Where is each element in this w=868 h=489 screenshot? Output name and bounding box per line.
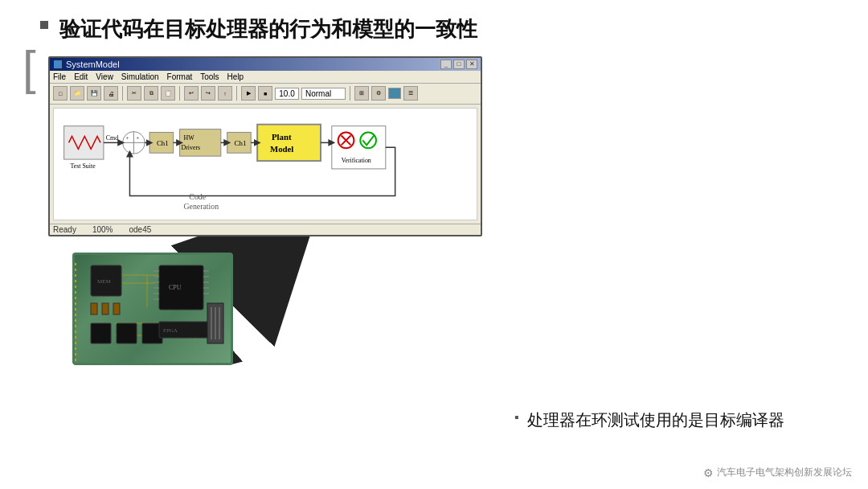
svg-rect-68 <box>102 303 108 314</box>
status-ready: Ready <box>53 225 76 234</box>
svg-text:MEM: MEM <box>97 278 112 285</box>
pin-2 <box>72 269 76 271</box>
pin-1 <box>72 263 76 265</box>
pin-5 <box>72 286 76 288</box>
toolbar-undo-icon[interactable]: ↩ <box>184 86 199 101</box>
minimize-button[interactable]: _ <box>440 60 452 69</box>
watermark: ⚙ 汽车电子电气架构创新发展论坛 <box>703 466 852 479</box>
pin-7 <box>72 297 76 299</box>
pin-11 <box>72 319 76 322</box>
toolbar-new-icon[interactable]: □ <box>53 86 68 101</box>
toolbar-cut-icon[interactable]: ✂ <box>127 86 141 101</box>
menu-tools[interactable]: Tools <box>200 72 219 81</box>
pin-13 <box>72 331 76 333</box>
svg-text:Model: Model <box>270 144 293 154</box>
pin-16 <box>72 347 76 350</box>
svg-text:Ch1: Ch1 <box>235 139 247 147</box>
pin-18 <box>72 359 76 361</box>
win-titlebar: SystemModel _ □ ✕ <box>50 58 481 71</box>
content-row: SystemModel _ □ ✕ File Edit View Simulat… <box>32 56 836 473</box>
toolbar-debug-icon[interactable]: ⚙ <box>371 86 386 101</box>
pin-12 <box>72 325 76 327</box>
bullet-item: ▪ 处理器在环测试使用的是目标编译器 <box>514 409 836 431</box>
menu-help[interactable]: Help <box>227 72 244 81</box>
toolbar-play-icon[interactable]: ▶ <box>241 86 256 101</box>
win-title-text: SystemModel <box>66 60 120 69</box>
svg-rect-12 <box>180 129 221 156</box>
pin-4 <box>72 280 76 282</box>
watermark-icon: ⚙ <box>703 466 714 479</box>
toolbar-print-icon[interactable]: 🖨 <box>104 86 118 101</box>
pin-9 <box>72 308 76 310</box>
toolbar-paste-icon[interactable]: 📋 <box>161 86 175 101</box>
simulink-window-icon <box>53 60 63 69</box>
status-percent: 100% <box>92 225 113 234</box>
pin-10 <box>72 314 76 316</box>
win-statusbar: Ready 100% ode45 <box>50 224 481 235</box>
toolbar-extra-icon[interactable]: ☰ <box>403 86 418 101</box>
pin-14 <box>72 336 76 339</box>
arrows-area: 10100 11001 00101 11001 01001 01010 <box>48 236 482 365</box>
toolbar-sep4 <box>350 86 350 101</box>
header-row: 验证代码在目标处理器的行为和模型的一致性 <box>40 16 836 43</box>
menu-format[interactable]: Format <box>167 72 193 81</box>
menu-file[interactable]: File <box>53 72 66 81</box>
diagram-area: Test Suite + + Cmd Ch1 <box>53 108 477 220</box>
slide-container: 验证代码在目标处理器的行为和模型的一致性 [ SystemModel _ □ ✕ <box>0 0 868 489</box>
toolbar-stop-icon[interactable]: ■ <box>258 86 272 101</box>
maximize-button[interactable]: □ <box>453 60 465 69</box>
svg-rect-19 <box>257 125 321 161</box>
connector-pins <box>72 263 76 365</box>
svg-text:+: + <box>136 135 139 141</box>
svg-rect-69 <box>113 303 120 314</box>
circuit-board: CPU <box>72 253 233 365</box>
svg-text:HW: HW <box>183 134 194 142</box>
close-button[interactable]: ✕ <box>466 60 477 69</box>
toolbar-save-icon[interactable]: 💾 <box>87 86 101 101</box>
win-controls[interactable]: _ □ ✕ <box>440 60 477 69</box>
toolbar-sep3 <box>236 86 237 101</box>
win-title-left: SystemModel <box>53 60 120 69</box>
toolbar-open-icon[interactable]: 📁 <box>70 86 84 101</box>
svg-rect-62 <box>91 323 111 343</box>
right-panel: ▪ 处理器在环测试使用的是目标编译器 <box>498 56 836 473</box>
menu-view[interactable]: View <box>96 72 113 81</box>
svg-text:+: + <box>126 135 129 141</box>
pin-17 <box>72 353 76 355</box>
circuit-board-inner: CPU <box>75 255 231 363</box>
sim-time-input[interactable]: 10.0 <box>275 88 299 100</box>
svg-rect-67 <box>91 303 97 314</box>
svg-text:Test Suite: Test Suite <box>71 162 96 170</box>
svg-text:Drivers: Drivers <box>182 144 201 151</box>
simulink-window: SystemModel _ □ ✕ File Edit View Simulat… <box>48 56 482 236</box>
left-panel: SystemModel _ □ ✕ File Edit View Simulat… <box>32 56 498 473</box>
bullet-dash: ▪ <box>514 410 519 425</box>
bullet-text: 处理器在环测试使用的是目标编译器 <box>527 409 784 431</box>
svg-text:Code: Code <box>189 192 206 201</box>
pin-3 <box>72 274 76 277</box>
svg-text:FPGA: FPGA <box>163 327 178 334</box>
menu-edit[interactable]: Edit <box>74 72 88 81</box>
svg-text:Verification: Verification <box>342 157 371 164</box>
watermark-text: 汽车电子电气架构创新发展论坛 <box>717 466 852 479</box>
pin-8 <box>72 302 76 305</box>
toolbar-redo-icon[interactable]: ↪ <box>201 86 215 101</box>
header-bullet <box>40 21 48 29</box>
toolbar-color-icon[interactable] <box>388 88 401 99</box>
toolbar-up-icon[interactable]: ↑ <box>218 86 232 101</box>
menu-simulation[interactable]: Simulation <box>121 72 159 81</box>
toolbar-sep1 <box>122 86 123 101</box>
toolbar-copy-icon[interactable]: ⧉ <box>144 86 158 101</box>
svg-text:Generation: Generation <box>183 202 219 211</box>
svg-rect-0 <box>64 125 104 158</box>
win-toolbar: □ 📁 💾 🖨 ✂ ⧉ 📋 ↩ ↪ ↑ ▶ ■ 10.0 Norm <box>50 84 481 105</box>
pin-6 <box>72 291 76 294</box>
svg-text:Ch1: Ch1 <box>157 139 169 147</box>
win-menubar: File Edit View Simulation Format Tools H… <box>50 71 481 84</box>
status-ode: ode45 <box>129 225 151 234</box>
svg-text:CPU: CPU <box>169 284 182 291</box>
sim-mode-dropdown[interactable]: Normal <box>301 88 346 100</box>
svg-rect-63 <box>117 323 137 343</box>
toolbar-lib-icon[interactable]: ⊞ <box>354 86 369 101</box>
svg-text:Cmd: Cmd <box>106 134 118 142</box>
